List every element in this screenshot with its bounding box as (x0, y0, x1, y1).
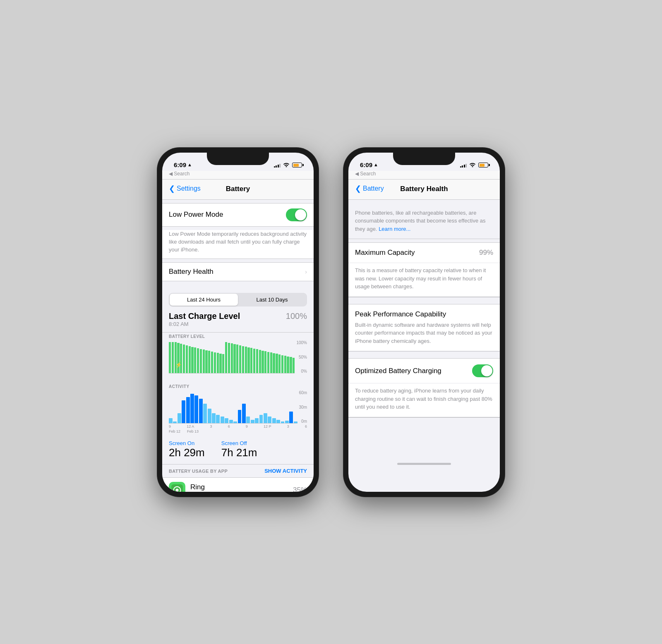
app-row-ring[interactable]: Ring Audio 35% (162, 478, 314, 491)
battery-level-chart: BATTERY LEVEL ⚡ 100% 50% 0% (162, 332, 314, 383)
screen-off-stat: Screen Off 7h 21m (221, 440, 257, 459)
last-charge-percent: 100% (286, 311, 307, 321)
x-axis-labels: 9 12 A 3 6 9 12 P 3 6 (169, 424, 307, 429)
signal-icon-2 (460, 163, 467, 168)
screen-on-stat: Screen On 2h 29m (169, 440, 205, 459)
capacity-row: Maximum Capacity 99% (348, 243, 500, 263)
search-hint-1: ◀ Search (162, 171, 314, 180)
battery-health-section: Battery Health › (162, 262, 314, 281)
battery-y-labels: 100% 50% 0% (296, 340, 307, 373)
back-button-1[interactable]: ❮ Settings (169, 184, 201, 193)
learn-more-link[interactable]: Learn more... (379, 226, 410, 232)
low-power-toggle[interactable] (286, 208, 307, 221)
optimized-charging-row[interactable]: Optimized Battery Charging (348, 359, 500, 383)
activity-y-labels: 60m 30m 0m (299, 390, 307, 424)
app-percent-ring: 35% (293, 486, 307, 491)
location-icon-1: ▲ (187, 162, 192, 167)
last-charge-section: Last Charge Level 8:02 AM 100% (162, 306, 314, 332)
app-info-ring: Ring Audio (190, 483, 288, 492)
app-icon-ring (169, 482, 185, 491)
battery-bars: ⚡ (169, 340, 295, 373)
battery-icon-1 (292, 163, 302, 168)
optimized-charging-section: Optimized Battery Charging To reduce bat… (348, 358, 500, 418)
battery-screen-content[interactable]: Low Power Mode Low Power Mode temporaril… (162, 200, 314, 492)
last-charge-time: 8:02 AM (169, 321, 240, 327)
wifi-icon-1 (283, 162, 290, 168)
page-title-1: Battery (197, 185, 279, 193)
tab-10days[interactable]: Last 10 Days (238, 294, 306, 306)
phone-1: 6:09 ▲ ◀ Search (157, 148, 319, 497)
last-charge-title: Last Charge Level (169, 311, 240, 321)
time-display-2: 6:09 ▲ (360, 161, 378, 168)
svg-point-2 (176, 489, 179, 492)
page-title-2: Battery Health (383, 185, 465, 193)
location-icon-2: ▲ (374, 162, 378, 167)
maximum-capacity-section: Maximum Capacity 99% This is a measure o… (348, 242, 500, 297)
optimized-charging-toggle[interactable] (472, 364, 493, 377)
nav-bar-1: ❮ Settings Battery (162, 180, 314, 200)
notch-2 (393, 153, 455, 165)
low-power-description: Low Power Mode temporarily reduces backg… (169, 231, 307, 253)
home-indicator-2 (348, 454, 500, 468)
usage-header: BATTERY USAGE BY APP SHOW ACTIVITY (162, 464, 314, 478)
show-activity-button[interactable]: SHOW ACTIVITY (264, 468, 307, 474)
back-button-2[interactable]: ❮ Battery (355, 184, 384, 193)
peak-performance-row: Peak Performance Capability Built-in dyn… (348, 304, 500, 352)
low-power-row[interactable]: Low Power Mode (162, 203, 314, 226)
optimized-charging-description: To reduce battery aging, iPhone learns f… (348, 383, 500, 417)
time-display-1: 6:09 ▲ (174, 161, 192, 168)
search-hint-2: ◀ Search (348, 171, 500, 180)
status-icons-2 (460, 162, 489, 168)
screen-stats: Screen On 2h 29m Screen Off 7h 21m (162, 437, 314, 464)
activity-bars (169, 390, 297, 424)
phone-2: 6:09 ▲ ◀ Search (343, 148, 505, 497)
battery-icon-2 (478, 163, 488, 168)
activity-chart: ACTIVITY 60m 30m 0m 9 12 A (162, 383, 314, 437)
chevron-icon-health: › (305, 268, 307, 275)
capacity-description: This is a measure of battery capacity re… (348, 263, 500, 297)
peak-performance-section: Peak Performance Capability Built-in dyn… (348, 304, 500, 352)
status-icons-1 (274, 162, 302, 168)
tab-24hours[interactable]: Last 24 Hours (170, 294, 238, 306)
time-tabs: Last 24 Hours Last 10 Days (169, 293, 307, 306)
battery-health-content[interactable]: Phone batteries, like all rechargeable b… (348, 200, 500, 492)
wifi-icon-2 (469, 162, 476, 168)
time-tabs-container: Last 24 Hours Last 10 Days (162, 288, 314, 306)
battery-info-block: Phone batteries, like all rechargeable b… (348, 203, 500, 239)
signal-icon-1 (274, 163, 281, 168)
notch (207, 153, 269, 165)
low-power-section: Low Power Mode (162, 203, 314, 227)
date-labels: Feb 12 Feb 13 (169, 429, 307, 433)
nav-bar-2: ❮ Battery Battery Health (348, 180, 500, 200)
battery-health-row[interactable]: Battery Health › (162, 263, 314, 281)
